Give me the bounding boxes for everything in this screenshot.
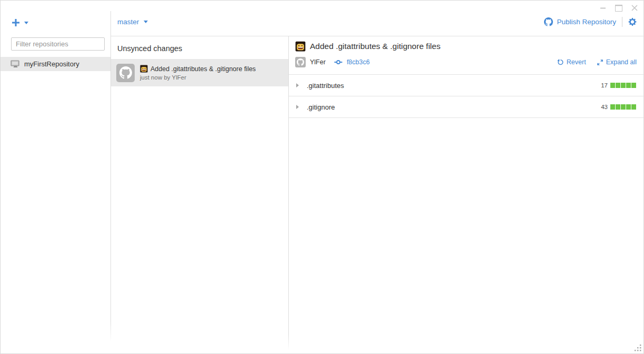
disclosure-triangle-icon[interactable] [296, 83, 299, 87]
window-controls [599, 4, 638, 12]
branch-selector[interactable]: master [117, 18, 148, 26]
close-icon[interactable] [631, 4, 638, 12]
minimize-icon[interactable] [599, 4, 607, 12]
repository-name: myFirstRepository [24, 60, 79, 68]
commit-octocat-avatar [116, 64, 135, 82]
change-count: 17 [601, 82, 608, 88]
commit-list-item[interactable]: Added .gitattributes & .gitignore files … [111, 59, 288, 86]
commit-title: Added .gitattributes & .gitignore files [310, 42, 440, 51]
toolbar: master Publish Repository [111, 1, 643, 36]
expand-all-button[interactable]: Expand all [597, 58, 637, 66]
revert-button[interactable]: Revert [557, 58, 586, 66]
toolbar-separator [622, 17, 622, 27]
file-row-gitignore[interactable]: .gitignore 43 [289, 96, 643, 118]
filter-repositories-input[interactable] [11, 37, 105, 51]
history-panel: Unsynced changes [111, 36, 288, 345]
publish-repository-button[interactable]: Publish Repository [544, 17, 616, 26]
expand-all-icon [597, 59, 603, 66]
author-emoji-avatar [295, 41, 306, 52]
plus-icon [12, 18, 20, 27]
app-window: myFirstRepository master Publish Reposit… [0, 0, 644, 354]
author-name: YlFer [310, 58, 326, 66]
revert-label: Revert [567, 58, 586, 66]
sidebar-item-repository[interactable]: myFirstRepository [1, 57, 110, 71]
commit-sha-link[interactable]: f8cb3c6 [347, 58, 370, 66]
file-name: .gitattributes [307, 82, 344, 90]
add-repository-button[interactable] [12, 17, 28, 28]
repository-monitor-icon [11, 60, 19, 68]
publish-repository-label: Publish Repository [557, 18, 616, 26]
changed-files-list: .gitattributes 17 .gitignore 43 [289, 74, 643, 118]
disclosure-triangle-icon[interactable] [296, 105, 299, 109]
chevron-down-icon [144, 21, 148, 23]
revert-icon [557, 58, 564, 66]
author-octocat-avatar [295, 57, 306, 67]
expand-all-label: Expand all [606, 58, 637, 66]
file-name: .gitignore [307, 103, 335, 111]
diff-blocks [610, 83, 636, 88]
change-count: 43 [601, 104, 608, 110]
chevron-down-icon [24, 22, 28, 24]
file-row-gitattributes[interactable]: .gitattributes 17 [289, 75, 643, 96]
maximize-icon[interactable] [615, 4, 622, 12]
github-octocat-icon [544, 17, 553, 26]
commit-message: Added .gitattributes & .gitignore files [150, 65, 256, 73]
diff-blocks [610, 104, 636, 110]
commit-detail-panel: Added .gitattributes & .gitignore files … [289, 36, 643, 353]
git-commit-icon [334, 59, 343, 65]
branch-name: master [117, 18, 139, 26]
repositories-sidebar: myFirstRepository [1, 1, 110, 353]
resize-grip[interactable] [634, 344, 642, 352]
commit-meta: just now by YlFer [140, 74, 256, 81]
unsynced-changes-header: Unsynced changes [111, 36, 288, 59]
author-emoji-avatar [140, 65, 148, 73]
gear-icon[interactable] [628, 17, 637, 26]
